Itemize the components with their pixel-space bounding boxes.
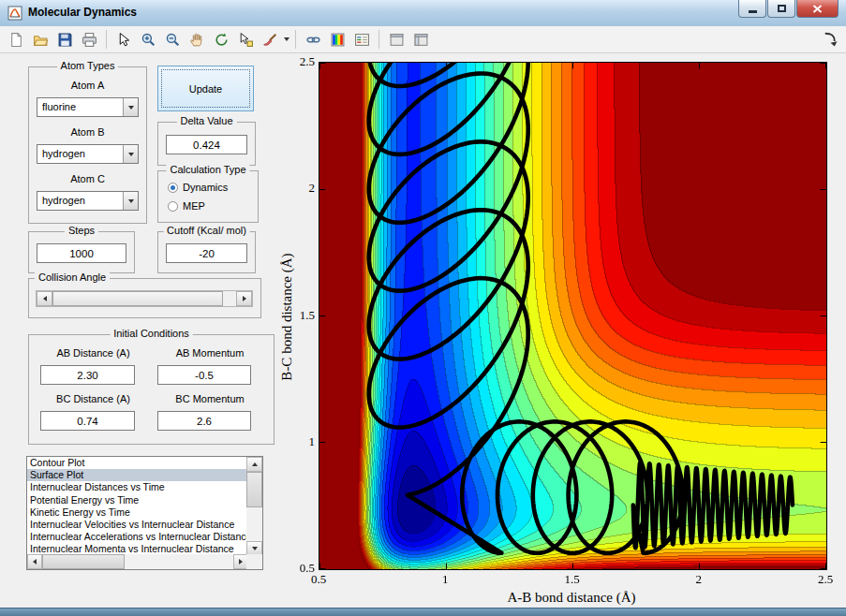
atom-b-select[interactable]: hydrogen <box>37 144 139 164</box>
toolbar-separator <box>378 30 379 49</box>
pan-button[interactable] <box>186 28 208 51</box>
insert-colorbar-button[interactable] <box>326 28 349 51</box>
y-tick-label: 2 <box>283 181 315 196</box>
print-figure-button[interactable] <box>78 28 100 51</box>
bc-distance-field[interactable] <box>40 411 135 431</box>
y-tick-label: 0.5 <box>283 561 315 576</box>
atom-c-select[interactable]: hydrogen <box>37 191 139 211</box>
x-axis-label: A-B bond distance (Å) <box>412 590 731 606</box>
hide-plot-tools-button[interactable] <box>385 28 408 51</box>
chevron-down-icon[interactable] <box>123 98 138 116</box>
cutoff-panel: Cutoff (Kcal/ mol) <box>157 231 256 273</box>
slider-right-arrow[interactable] <box>236 291 252 306</box>
bc-momentum-field[interactable] <box>157 411 251 431</box>
x-tick-label: 2.5 <box>805 572 846 587</box>
x-tick-label: 1 <box>424 572 466 587</box>
steps-title: Steps <box>65 225 98 236</box>
data-cursor-button[interactable] <box>234 28 257 51</box>
collision-angle-title: Collision Angle <box>35 271 110 283</box>
insert-legend-button[interactable] <box>350 28 373 51</box>
window-bottom-frame <box>0 608 846 616</box>
radio-mep-label: MEP <box>183 200 205 212</box>
window-title: Molecular Dynamics <box>28 0 137 25</box>
atom-b-value: hydrogen <box>42 148 85 159</box>
update-button[interactable]: Update <box>157 66 254 111</box>
delta-value-title: Delta Value <box>176 115 236 126</box>
listbox-vscrollbar[interactable] <box>246 457 262 556</box>
show-plot-tools-button[interactable] <box>409 28 432 51</box>
radio-dot-icon <box>168 183 178 193</box>
edit-plot-button[interactable] <box>112 28 135 51</box>
titlebar: Molecular Dynamics <box>0 0 846 27</box>
print-figure-icon <box>82 32 97 48</box>
rotate-3d-button[interactable] <box>210 28 232 51</box>
initial-conditions-title: Initial Conditions <box>110 328 193 339</box>
potential-energy-contour-plot[interactable] <box>319 62 827 570</box>
hscroll-thumb[interactable] <box>42 554 125 569</box>
zoom-out-icon <box>165 32 181 48</box>
radio-mep[interactable]: MEP <box>168 200 205 212</box>
atom-a-select[interactable]: fluorine <box>37 97 139 117</box>
calculation-type-title: Calculation Type <box>166 164 249 175</box>
slider-thumb[interactable] <box>52 291 223 306</box>
steps-field[interactable] <box>37 243 126 263</box>
new-figure-icon <box>8 32 24 48</box>
zoom-out-button[interactable] <box>161 28 184 51</box>
scroll-left-button[interactable] <box>27 554 42 569</box>
open-file-button[interactable] <box>29 28 52 51</box>
collision-angle-slider[interactable] <box>36 290 253 307</box>
list-item[interactable]: Internuclear Velocities vs Internuclear … <box>27 519 246 531</box>
list-item[interactable]: Potential Energy vs Time <box>27 494 246 506</box>
save-figure-button[interactable] <box>53 28 76 51</box>
radio-dynamics[interactable]: Dynamics <box>168 182 228 193</box>
maximize-button[interactable] <box>767 0 795 18</box>
list-item[interactable]: Kinetic Energy vs Time <box>27 506 246 519</box>
scroll-up-button[interactable] <box>246 457 262 472</box>
minimize-button[interactable] <box>738 0 766 18</box>
brush-data-button[interactable] <box>259 28 281 51</box>
chevron-down-icon[interactable] <box>123 192 138 210</box>
dock-figure-button[interactable] <box>822 30 840 49</box>
delta-value-field[interactable] <box>166 135 247 154</box>
data-cursor-icon <box>238 32 254 48</box>
edit-plot-icon <box>116 32 132 48</box>
ab-momentum-field[interactable] <box>157 365 251 385</box>
brush-dropdown-arrow[interactable] <box>282 28 290 51</box>
toolbar-separator <box>295 30 296 49</box>
window-controls <box>737 0 839 18</box>
close-button[interactable] <box>796 0 839 18</box>
scrollbar-corner <box>246 554 262 569</box>
link-plot-icon <box>305 32 321 48</box>
ab-distance-field[interactable] <box>40 365 135 385</box>
zoom-in-button[interactable] <box>137 28 159 51</box>
delta-value-panel: Delta Value <box>157 122 256 166</box>
minimize-icon <box>749 10 757 13</box>
listbox-hscrollbar[interactable] <box>27 554 248 569</box>
link-plot-button[interactable] <box>302 28 324 51</box>
atom-a-label: Atom A <box>29 80 146 91</box>
list-item[interactable]: Internuclear Distances vs Time <box>27 481 246 493</box>
y-tick-label: 2.5 <box>283 54 315 69</box>
list-item[interactable]: Contour Plot <box>27 457 246 469</box>
ab-momentum-label: AB Momentum <box>154 347 266 359</box>
plot-type-listbox: Contour PlotSurface PlotInternuclear Dis… <box>26 456 263 570</box>
maximize-icon <box>778 5 786 12</box>
cutoff-field[interactable] <box>166 243 247 263</box>
matlab-figure-icon <box>7 6 22 21</box>
show-plot-tools-icon <box>413 32 429 48</box>
insert-legend-icon <box>354 32 370 48</box>
x-tick-label: 2 <box>678 572 720 587</box>
chevron-down-icon[interactable] <box>123 145 138 163</box>
list-item[interactable]: Internuclear Accelerations vs Internucle… <box>27 531 246 543</box>
pan-icon <box>189 32 205 48</box>
atom-types-title: Atom Types <box>57 60 119 71</box>
collision-angle-panel: Collision Angle <box>28 278 261 318</box>
atom-c-label: Atom C <box>29 173 146 184</box>
initial-conditions-panel: Initial Conditions AB Distance (A) AB Mo… <box>28 334 275 445</box>
slider-left-arrow[interactable] <box>37 291 52 306</box>
atom-c-value: hydrogen <box>42 195 85 206</box>
new-figure-button[interactable] <box>5 28 27 51</box>
vscroll-thumb[interactable] <box>246 472 262 507</box>
list-item[interactable]: Surface Plot <box>27 469 246 481</box>
radio-dot-icon <box>168 201 178 212</box>
